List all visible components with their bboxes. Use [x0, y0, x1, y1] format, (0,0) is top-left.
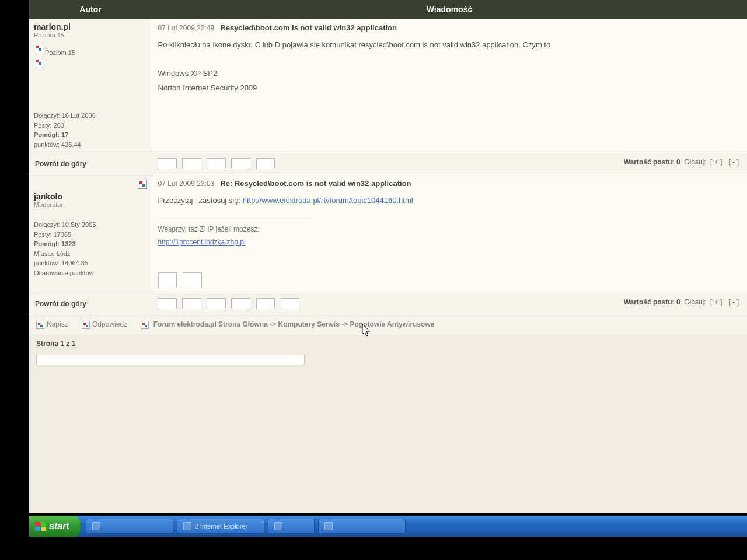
- post-action-button[interactable]: [256, 298, 275, 309]
- post-action-button[interactable]: [158, 272, 177, 288]
- table-header: Autor Wiadomość: [29, 0, 747, 19]
- post-action-button[interactable]: [231, 158, 250, 169]
- post-action-button[interactable]: [231, 298, 250, 309]
- post-title[interactable]: Resycled\boot.com is not valid win32 app…: [220, 23, 397, 32]
- folder-icon: [274, 522, 282, 530]
- app-icon: [324, 522, 333, 530]
- vote-area: Wartość postu: 0 Głosuj: [ + ] [ - ]: [624, 158, 741, 166]
- windows-logo-icon: [35, 522, 46, 531]
- post-action-button[interactable]: [256, 158, 275, 169]
- post-action-button[interactable]: [158, 298, 177, 309]
- nav-icon: [141, 321, 149, 329]
- post-body-cell: 07 Lut 2009 23:03 Re: Resycled\boot.com …: [152, 174, 747, 293]
- vote-area: Wartość postu: 0 Głosuj: [ + ] [ - ]: [624, 298, 741, 306]
- ie-icon: [183, 522, 191, 530]
- taskbar-item[interactable]: [86, 519, 173, 534]
- new-topic-link[interactable]: Napisz: [36, 320, 70, 328]
- taskbar-item[interactable]: [318, 519, 406, 534]
- taskbar-item[interactable]: 2 Internet Explorer: [177, 519, 264, 534]
- page-indicator: Strona 1 z 1: [29, 335, 747, 352]
- post-action-button[interactable]: [182, 158, 201, 169]
- post-date: 07 Lut 2009 23:03: [158, 180, 215, 188]
- post-footer: Powrót do góry Wartość postu: 0 Głosuj: …: [29, 293, 747, 314]
- vote-up-button[interactable]: [ + ]: [708, 158, 724, 166]
- avatar-icon: [138, 180, 147, 189]
- author-cell: jankolo Moderator Dołączył: 10 Sty 2005 …: [29, 174, 152, 293]
- reply-link[interactable]: Odpowiedz: [82, 320, 129, 328]
- author-rank: Moderator: [34, 201, 147, 208]
- donate-points-link[interactable]: Ofiarowanie punktów: [34, 268, 147, 278]
- taskbar: start 2 Internet Explorer: [29, 516, 747, 537]
- pager-bar[interactable]: [36, 355, 305, 365]
- post-content: Przeczytaj i zastosuj się: http://www.el…: [158, 194, 742, 288]
- back-to-top-link[interactable]: Powrót do góry: [35, 160, 86, 168]
- vote-up-button[interactable]: [ + ]: [708, 298, 724, 306]
- vote-down-button[interactable]: [ - ]: [727, 158, 741, 166]
- post-action-button[interactable]: [281, 298, 300, 309]
- author-rank: Poziom 15: [34, 32, 147, 38]
- header-message: Wiadomość: [152, 0, 747, 19]
- post-action-button[interactable]: [207, 158, 226, 169]
- post-date: 07 Lut 2009 22:49: [158, 24, 215, 32]
- post-action-button[interactable]: [207, 298, 226, 309]
- reply-icon: [82, 321, 90, 329]
- post-action-button[interactable]: [183, 272, 202, 288]
- bottom-nav: Napisz Odpowiedz Forum elektroda.pl Stro…: [29, 314, 747, 335]
- back-to-top-link[interactable]: Powrót do góry: [35, 300, 86, 308]
- post-action-button[interactable]: [182, 298, 201, 309]
- avatar-icon: [34, 44, 43, 53]
- post-row: marlon.pl Poziom 15 Poziom 15 Dołączył: …: [29, 19, 747, 153]
- author-cell: marlon.pl Poziom 15 Poziom 15 Dołączył: …: [29, 19, 152, 153]
- breadcrumb[interactable]: Forum elektroda.pl Strona Główna -> Komp…: [153, 320, 435, 328]
- post-footer: Powrót do góry Wartość postu: 0 Głosuj: …: [29, 153, 747, 174]
- post-title[interactable]: Re: Resycled\boot.com is not valid win32…: [220, 179, 411, 188]
- post-link[interactable]: http://www.elektroda.pl/rtvforum/topic10…: [243, 196, 413, 205]
- signature-link[interactable]: http://1procent.lodzka.zhp.pl: [158, 238, 246, 246]
- rank-badge: Poziom 15: [45, 49, 75, 56]
- taskbar-item[interactable]: [268, 519, 315, 534]
- signature: Wesprzyj też ZHP jeżeli możesz: http://1…: [158, 219, 310, 250]
- post-content: Po kliknieciu na ikone dysku C lub D poj…: [158, 38, 742, 96]
- new-topic-icon: [36, 321, 44, 329]
- start-button[interactable]: start: [29, 516, 80, 537]
- post-action-button[interactable]: [158, 158, 177, 169]
- app-icon: [92, 522, 100, 530]
- forum-table: Autor Wiadomość marlon.pl Poziom 15 Pozi…: [29, 0, 747, 314]
- avatar-icon: [34, 58, 43, 67]
- author-name[interactable]: marlon.pl: [34, 22, 147, 32]
- author-name[interactable]: jankolo: [34, 192, 147, 201]
- header-author: Autor: [29, 0, 152, 19]
- vote-down-button[interactable]: [ - ]: [727, 298, 741, 306]
- post-body-cell: 07 Lut 2009 22:49 Resycled\boot.com is n…: [152, 19, 747, 153]
- post-row: jankolo Moderator Dołączył: 10 Sty 2005 …: [29, 174, 747, 293]
